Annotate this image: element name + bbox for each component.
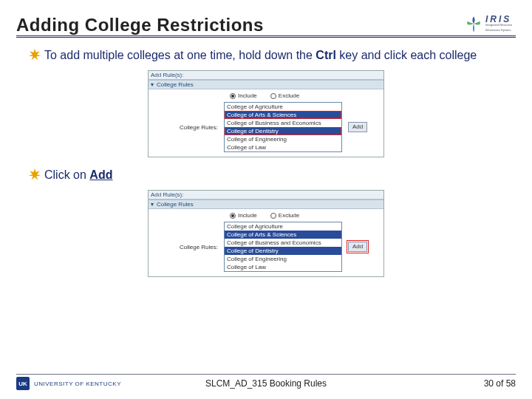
list-item[interactable]: College of Agriculture [225,103,341,111]
panel-2-radio-include[interactable]: Include [230,212,257,219]
panel-1-label: College Rules: [153,124,224,131]
panel-2-subheader[interactable]: College Rules [149,200,383,209]
panel-1-add-button[interactable]: Add [348,122,367,132]
radio-icon [230,213,236,219]
panel-1-radio-include[interactable]: Include [230,92,257,99]
panel-2-add-button[interactable]: Add [348,242,367,252]
bullet-1-post: key and click each college [336,49,477,61]
svg-marker-0 [29,49,41,61]
panel-1-subheader[interactable]: College Rules [149,80,383,89]
iris-brand: IRIS [485,17,512,22]
radio-label: Exclude [279,92,299,99]
list-item[interactable]: College of Arts & Sciences [225,111,341,119]
footer: UK UNIVERSITY OF KENTUCKY SLCM_AD_315 Bo… [16,374,516,390]
list-item[interactable]: College of Dentistry [225,127,341,135]
bullet-1-key: Ctrl [316,49,336,61]
footer-doc: SLCM_AD_315 Booking Rules [16,378,516,389]
radio-label: Include [238,92,257,99]
bullet-2-pre: Click on [44,168,89,181]
slide: Adding College Restrictions IRIS Integra… [0,0,532,399]
svg-marker-1 [29,168,41,180]
panel-2-listbox[interactable]: College of AgricultureCollege of Arts & … [224,222,342,272]
list-item[interactable]: College of Business and Economics [225,119,341,127]
bullet-2: Click on Add [44,168,501,183]
iris-icon [464,15,483,34]
list-item[interactable]: College of Law [225,143,341,151]
bullet-1-pre: To add multiple colleges at one time, ho… [44,49,316,61]
iris-sub1: Integrated Resource [485,22,512,27]
panel-1: Add Rule(s): College Rules Include Exclu… [148,70,384,157]
panel-1-listbox[interactable]: College of AgricultureCollege of Arts & … [224,102,342,152]
radio-label: Include [238,212,257,219]
iris-sub2: Information System [485,27,512,33]
panel-1-header: Add Rule(s): [149,71,383,80]
iris-text: IRIS Integrated Resource Information Sys… [485,17,512,33]
header: Adding College Restrictions IRIS Integra… [16,13,516,38]
starburst-icon [28,168,41,181]
page-title: Adding College Restrictions [16,15,264,35]
bullet-1: To add multiple colleges at one time, ho… [44,48,501,63]
panel-2: Add Rule(s): College Rules Include Exclu… [148,190,384,277]
list-item[interactable]: College of Agriculture [225,222,341,231]
list-item[interactable]: College of Engineering [225,255,341,263]
list-item[interactable]: College of Arts & Sciences [225,231,341,239]
iris-logo: IRIS Integrated Resource Information Sys… [464,13,516,35]
panel-2-header: Add Rule(s): [149,191,383,200]
radio-icon [270,213,276,219]
list-item[interactable]: College of Business and Economics [225,239,341,247]
starburst-icon [28,48,41,61]
bullet-2-text: Click on Add [44,168,112,183]
radio-icon [270,93,276,99]
panel-1-radio-exclude[interactable]: Exclude [270,92,299,99]
list-item[interactable]: College of Dentistry [225,247,341,255]
panel-2-label: College Rules: [153,244,224,250]
list-item[interactable]: College of Engineering [225,135,341,143]
bullet-2-action: Add [89,168,112,181]
radio-label: Exclude [279,212,299,219]
panel-2-radio-exclude[interactable]: Exclude [270,212,299,219]
list-item[interactable]: College of Law [225,263,341,271]
radio-icon [230,93,236,99]
bullet-1-text: To add multiple colleges at one time, ho… [44,48,477,63]
